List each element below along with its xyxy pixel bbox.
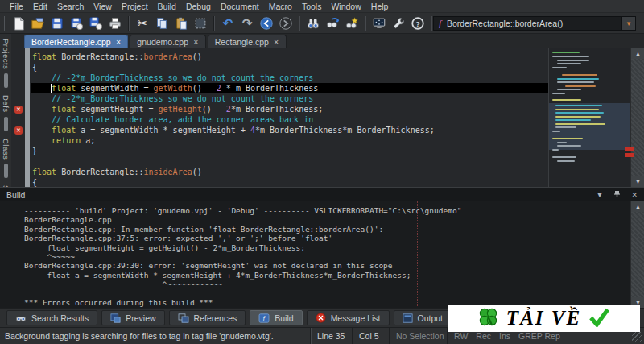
back-icon[interactable] bbox=[257, 15, 276, 32]
save-icon[interactable] bbox=[47, 15, 67, 32]
editor-scrollbar[interactable]: ▲ ▼ bbox=[630, 48, 644, 187]
close-icon[interactable]: ✕ bbox=[631, 191, 638, 199]
toolbar-grip[interactable] bbox=[4, 16, 6, 31]
code-line[interactable]: { bbox=[32, 62, 548, 73]
help-icon[interactable]: ? bbox=[408, 15, 427, 32]
open-file-icon[interactable] bbox=[28, 15, 47, 32]
code-editor[interactable]: float BorderRectangle::borderArea(){ // … bbox=[11, 48, 548, 187]
tab-close-icon[interactable]: ✕ bbox=[116, 39, 122, 46]
print-icon[interactable] bbox=[105, 15, 125, 32]
paste-icon[interactable] bbox=[171, 15, 191, 32]
menu-item-help[interactable]: Help bbox=[366, 2, 394, 11]
scroll-up-icon[interactable]: ▲ bbox=[631, 201, 644, 212]
tab-Rectangle.cpp[interactable]: Rectangle.cpp✕ bbox=[208, 35, 287, 48]
resize-grip[interactable] bbox=[632, 332, 642, 342]
tab-BorderRectangle.cpp[interactable]: BorderRectangle.cpp✕ bbox=[24, 35, 128, 48]
minimap-line bbox=[555, 119, 591, 121]
code-line[interactable]: float a = segmentWidth * segmentHeight +… bbox=[32, 125, 548, 135]
code-line[interactable]: float segmentWidth = getWidth() - 2 * m_… bbox=[31, 83, 548, 93]
error-marker-icon[interactable]: ✕ bbox=[14, 106, 23, 114]
download-watermark: TẢI VỀ bbox=[448, 305, 640, 332]
code-line[interactable]: float BorderRectangle::insideArea() bbox=[32, 167, 548, 177]
build-output-line: ^~~~~~ bbox=[24, 252, 644, 261]
redo-icon[interactable]: ↷ bbox=[237, 15, 257, 32]
build-output-line: ^~~~~~~~~~~~~ bbox=[24, 280, 644, 288]
menu-item-view[interactable]: View bbox=[89, 2, 117, 11]
minimap-line bbox=[552, 56, 589, 57]
build-output[interactable]: ---------- 'build' Project: 'gnudemo.vpj… bbox=[0, 201, 644, 308]
scroll-up-icon[interactable]: ▲ bbox=[631, 48, 644, 59]
code-line[interactable]: // Calculate border area, add the corner… bbox=[32, 114, 548, 125]
new-file-icon[interactable] bbox=[9, 15, 28, 32]
build-panel-header[interactable]: Build ▼ ✕ bbox=[0, 187, 644, 201]
menu-item-document[interactable]: Document bbox=[216, 2, 264, 11]
scrollbar-error-mark bbox=[625, 147, 634, 151]
undo-icon[interactable]: ↶ bbox=[218, 15, 237, 32]
fullscreen-icon[interactable] bbox=[369, 15, 389, 32]
panel-menu-icon[interactable]: ▼ bbox=[597, 191, 604, 199]
tool-tab-search-results[interactable]: Search Results bbox=[6, 310, 97, 325]
sidebar-tab-projects[interactable]: Projects bbox=[2, 39, 10, 92]
find-next-icon[interactable] bbox=[323, 15, 342, 32]
save-all-icon[interactable] bbox=[86, 15, 105, 32]
tool-tab-preview[interactable]: Preview bbox=[101, 310, 164, 325]
tool-tab-references[interactable]: References bbox=[169, 310, 246, 325]
code-line[interactable]: float segmentHeight = getHeight() - 2*m_… bbox=[32, 104, 548, 114]
menu-item-file[interactable]: File bbox=[5, 2, 28, 11]
status-mode: RW bbox=[454, 331, 468, 341]
copy-icon[interactable] bbox=[152, 15, 171, 32]
menu-item-debug[interactable]: Debug bbox=[181, 2, 216, 11]
sidebar-tab-defs[interactable]: Defs bbox=[2, 95, 10, 135]
tool-tab-output[interactable]: Output bbox=[394, 310, 452, 325]
combo-dropdown-icon[interactable]: ▼ bbox=[621, 17, 635, 30]
sidebar-tab-label: Projects bbox=[2, 39, 10, 69]
tab-close-icon[interactable]: ✕ bbox=[193, 39, 199, 46]
document-tabs: BorderRectangle.cpp✕gnudemo.cpp✕Rectangl… bbox=[11, 34, 644, 48]
code-line[interactable]: } bbox=[32, 146, 548, 156]
menu-item-build[interactable]: Build bbox=[153, 2, 181, 11]
sidebar-tab-class[interactable]: Class bbox=[2, 139, 10, 182]
find-in-files-icon[interactable] bbox=[342, 15, 361, 32]
tool-tab-label: Search Results bbox=[31, 313, 89, 323]
code-line[interactable]: // -2*m_BorderThickness so we do not cou… bbox=[32, 93, 548, 104]
find-icon[interactable] bbox=[303, 15, 323, 32]
code-line[interactable] bbox=[32, 156, 548, 167]
minimap[interactable] bbox=[548, 48, 630, 187]
status-line[interactable]: Line 35 bbox=[310, 328, 352, 344]
menu-item-edit[interactable]: Edit bbox=[28, 2, 52, 11]
scroll-down-icon[interactable]: ▼ bbox=[631, 176, 644, 187]
select-marquee-icon[interactable] bbox=[191, 15, 210, 32]
pin-icon[interactable] bbox=[613, 190, 621, 200]
minimap-line bbox=[555, 105, 602, 106]
code-line[interactable]: float BorderRectangle::borderArea() bbox=[32, 52, 548, 62]
menu-item-tools[interactable]: Tools bbox=[297, 2, 327, 11]
cut-icon[interactable]: ✂ bbox=[133, 15, 152, 32]
symbol-combo[interactable]: ƒ BorderRectangle::borderArea() ▼ bbox=[433, 16, 636, 31]
menu-item-search[interactable]: Search bbox=[52, 2, 89, 11]
error-marker-icon[interactable]: ✕ bbox=[14, 126, 23, 135]
build-panel-title: Build bbox=[6, 190, 586, 200]
tab-close-icon[interactable]: ✕ bbox=[274, 39, 279, 46]
menu-item-macro[interactable]: Macro bbox=[264, 2, 297, 11]
status-message: Background tagging is searching for file… bbox=[0, 331, 310, 341]
status-selection: No Selection bbox=[389, 328, 447, 344]
tool-tab-build[interactable]: ƒBuild bbox=[250, 310, 302, 325]
tool-tab-message-list[interactable]: Message List bbox=[307, 310, 390, 325]
build-scrollbar[interactable]: ▲ ▼ bbox=[630, 201, 644, 308]
menu-item-window[interactable]: Window bbox=[326, 2, 365, 11]
menu-item-project[interactable]: Project bbox=[117, 2, 153, 11]
tool-tab-label: References bbox=[194, 313, 237, 323]
status-column[interactable]: Col 5 bbox=[352, 328, 389, 344]
minimap-line bbox=[557, 142, 567, 143]
references-icon bbox=[178, 313, 189, 323]
forward-icon[interactable] bbox=[276, 15, 295, 32]
tab-label: gnudemo.cpp bbox=[137, 37, 188, 47]
build-output-line bbox=[24, 289, 644, 298]
code-line[interactable]: return a; bbox=[32, 135, 548, 146]
code-area[interactable]: float BorderRectangle::borderArea(){ // … bbox=[32, 52, 548, 188]
options-wrench-icon[interactable] bbox=[389, 15, 408, 32]
save-as-icon[interactable] bbox=[67, 15, 86, 32]
message-icon bbox=[316, 313, 326, 323]
code-line[interactable]: // -2*m_BorderThickness so we do not cou… bbox=[32, 73, 548, 83]
tab-gnudemo.cpp[interactable]: gnudemo.cpp✕ bbox=[130, 35, 205, 48]
